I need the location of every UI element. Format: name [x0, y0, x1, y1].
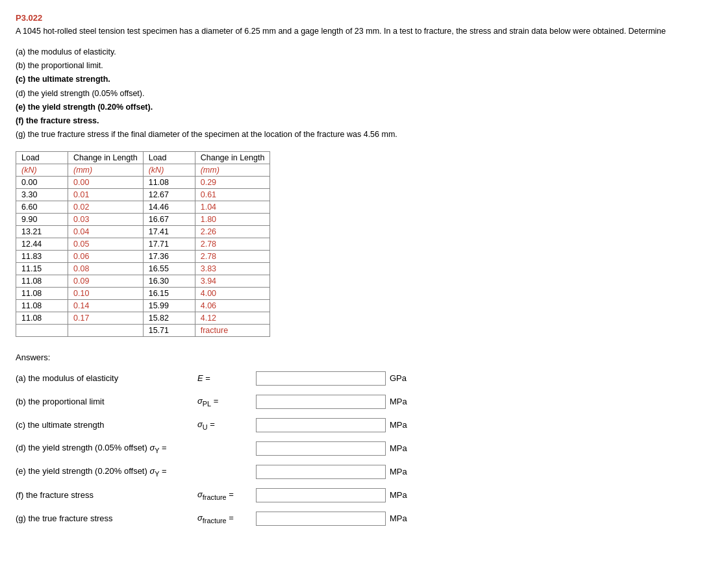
col-header-load2: Load [143, 151, 195, 164]
sub-item-a: (a) the modulus of elasticity. [16, 45, 712, 59]
unit-kn1: (kN) [16, 164, 68, 176]
answer-input-c[interactable] [256, 418, 386, 432]
sub-item-b: (b) the proportional limit. [16, 59, 712, 73]
cell: 0.02 [68, 201, 144, 213]
answer-equation-f: σfracture = [197, 489, 256, 501]
cell: 0.14 [68, 299, 144, 312]
cell: 0.29 [195, 176, 270, 188]
cell: 4.06 [195, 299, 270, 312]
sub-item-f: (f) the fracture stress. [16, 114, 712, 128]
answer-unit-f: MPa [390, 490, 407, 500]
cell: 12.67 [143, 188, 195, 201]
answers-label: Answers: [16, 352, 712, 362]
answer-input-f[interactable] [256, 488, 386, 502]
table-row: 0.00 0.00 11.08 0.29 [16, 176, 270, 188]
answer-row-g: (g) the true fracture stress σfracture =… [16, 512, 712, 526]
answers-section: Answers: (a) the modulus of elasticity E… [16, 352, 712, 526]
table-row: 11.08 0.17 15.82 4.12 [16, 312, 270, 324]
sub-item-g: (g) the true fracture stress if the fina… [16, 128, 712, 142]
table-unit-row: (kN) (mm) (kN) (mm) [16, 164, 270, 176]
cell: 16.15 [143, 287, 195, 299]
answer-label-f: (f) the fracture stress [16, 490, 197, 500]
table-row: 13.21 0.04 17.41 2.26 [16, 225, 270, 238]
answer-row-f: (f) the fracture stress σfracture = MPa [16, 488, 712, 502]
sub-item-e: (e) the yield strength (0.20% offset). [16, 101, 712, 114]
cell: 9.90 [16, 213, 68, 225]
cell: 0.61 [195, 188, 270, 201]
table-row: 12.44 0.05 17.71 2.78 [16, 238, 270, 250]
cell [68, 324, 144, 336]
data-table: Load Change in Length Load Change in Len… [16, 151, 270, 337]
cell: 3.30 [16, 188, 68, 201]
cell: 0.03 [68, 213, 144, 225]
problem-id: P3.022 [16, 13, 712, 23]
cell: 6.60 [16, 201, 68, 213]
cell: 0.10 [68, 287, 144, 299]
cell: 2.78 [195, 250, 270, 262]
cell: 0.00 [68, 176, 144, 188]
cell: 16.30 [143, 275, 195, 287]
answer-label-c: (c) the ultimate strength [16, 420, 197, 430]
unit-mm2: (mm) [195, 164, 270, 176]
answer-unit-e: MPa [390, 467, 407, 476]
answer-label-b: (b) the proportional limit [16, 397, 197, 406]
answer-equation-g: σfracture = [197, 513, 256, 525]
sub-items: (a) the modulus of elasticity. (b) the p… [16, 45, 712, 142]
answer-row-a: (a) the modulus of elasticity E = GPa [16, 371, 712, 386]
table-row: 6.60 0.02 14.46 1.04 [16, 201, 270, 213]
cell: 0.04 [68, 225, 144, 238]
cell: 4.12 [195, 312, 270, 324]
answer-row-b: (b) the proportional limit σPL = MPa [16, 395, 712, 409]
table-row: 11.08 0.09 16.30 3.94 [16, 275, 270, 287]
cell: 11.08 [143, 176, 195, 188]
cell: 1.04 [195, 201, 270, 213]
answer-input-b[interactable] [256, 395, 386, 409]
cell [16, 324, 68, 336]
cell: 11.15 [16, 262, 68, 275]
cell: 0.17 [68, 312, 144, 324]
sub-item-d: (d) the yield strength (0.05% offset). [16, 87, 712, 101]
answer-input-g[interactable] [256, 512, 386, 526]
answer-unit-d: MPa [390, 443, 407, 453]
answer-row-e: (e) the yield strength (0.20% offset) σY… [16, 465, 712, 479]
problem-description: A 1045 hot-rolled steel tension test spe… [16, 25, 697, 38]
equation-text-f: σfracture = [197, 489, 234, 501]
unit-mm1: (mm) [68, 164, 144, 176]
table-row: 11.08 0.14 15.99 4.06 [16, 299, 270, 312]
answer-label-e: (e) the yield strength (0.20% offset) σY… [16, 466, 197, 478]
cell: 13.21 [16, 225, 68, 238]
table-row: 15.71 fracture [16, 324, 270, 336]
equation-text-b: σPL = [197, 396, 218, 408]
cell: 17.41 [143, 225, 195, 238]
cell: 12.44 [16, 238, 68, 250]
cell: fracture [195, 324, 270, 336]
cell: 1.80 [195, 213, 270, 225]
cell: 0.00 [16, 176, 68, 188]
answer-unit-c: MPa [390, 420, 407, 430]
unit-kn2: (kN) [143, 164, 195, 176]
cell: 11.08 [16, 312, 68, 324]
answer-label-a: (a) the modulus of elasticity [16, 373, 197, 383]
answer-input-a[interactable] [256, 371, 386, 386]
cell: 17.71 [143, 238, 195, 250]
equation-text-c: σU = [197, 419, 215, 431]
col-header-cil1: Change in Length [68, 151, 144, 164]
cell: 2.78 [195, 238, 270, 250]
cell: 15.82 [143, 312, 195, 324]
cell: 16.67 [143, 213, 195, 225]
table-row: 11.83 0.06 17.36 2.78 [16, 250, 270, 262]
cell: 16.55 [143, 262, 195, 275]
answer-input-e[interactable] [256, 465, 386, 479]
col-header-cil2: Change in Length [195, 151, 270, 164]
table-row: 11.08 0.10 16.15 4.00 [16, 287, 270, 299]
cell: 17.36 [143, 250, 195, 262]
answer-equation-b: σPL = [197, 396, 256, 408]
answer-input-d[interactable] [256, 441, 386, 456]
cell: 15.71 [143, 324, 195, 336]
cell: 11.08 [16, 299, 68, 312]
cell: 3.83 [195, 262, 270, 275]
cell: 15.99 [143, 299, 195, 312]
equation-text-g: σfracture = [197, 513, 234, 525]
sub-item-c: (c) the ultimate strength. [16, 73, 712, 86]
cell: 0.05 [68, 238, 144, 250]
